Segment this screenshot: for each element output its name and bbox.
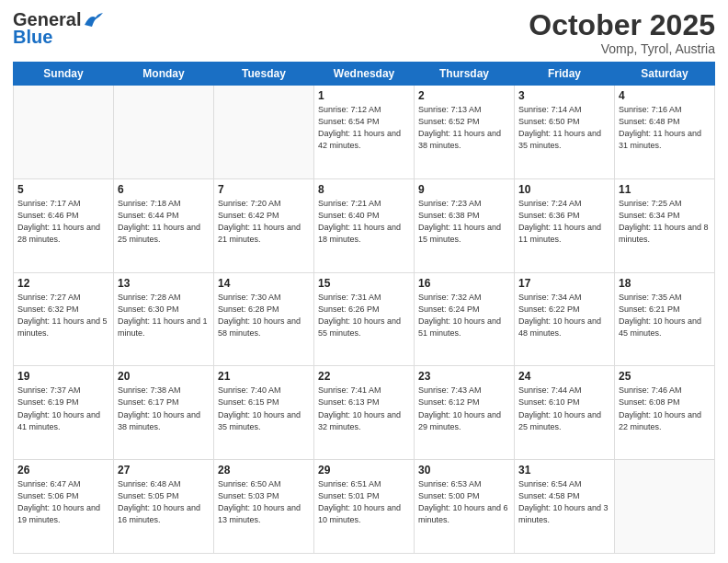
- calendar-week-row: 12Sunrise: 7:27 AMSunset: 6:32 PMDayligh…: [14, 272, 715, 366]
- calendar-week-row: 1Sunrise: 7:12 AMSunset: 6:54 PMDaylight…: [14, 86, 715, 179]
- day-info: Sunrise: 7:30 AMSunset: 6:28 PMDaylight:…: [218, 292, 310, 339]
- day-info: Sunrise: 7:31 AMSunset: 6:26 PMDaylight:…: [318, 292, 410, 339]
- day-info: Sunrise: 7:27 AMSunset: 6:32 PMDaylight:…: [17, 292, 109, 339]
- day-number: 11: [619, 183, 711, 196]
- day-number: 20: [118, 370, 210, 383]
- day-info: Sunrise: 7:14 AMSunset: 6:50 PMDaylight:…: [518, 104, 610, 152]
- col-tuesday: Tuesday: [214, 63, 314, 86]
- day-info: Sunrise: 7:40 AMSunset: 6:15 PMDaylight:…: [218, 385, 310, 432]
- day-info: Sunrise: 7:43 AMSunset: 6:12 PMDaylight:…: [418, 385, 510, 432]
- calendar-cell: 16Sunrise: 7:32 AMSunset: 6:24 PMDayligh…: [415, 272, 515, 366]
- day-info: Sunrise: 6:51 AMSunset: 5:01 PMDaylight:…: [318, 478, 410, 526]
- day-number: 27: [118, 464, 210, 477]
- day-info: Sunrise: 7:21 AMSunset: 6:40 PMDaylight:…: [318, 198, 410, 246]
- weekday-header-row: Sunday Monday Tuesday Wednesday Thursday…: [14, 63, 715, 86]
- day-number: 15: [318, 277, 410, 290]
- calendar-cell: 31Sunrise: 6:54 AMSunset: 4:58 PMDayligh…: [515, 460, 615, 554]
- calendar-cell: 9Sunrise: 7:23 AMSunset: 6:38 PMDaylight…: [415, 178, 515, 272]
- day-info: Sunrise: 6:53 AMSunset: 5:00 PMDaylight:…: [418, 478, 510, 526]
- day-number: 19: [17, 370, 109, 383]
- calendar-cell: 5Sunrise: 7:17 AMSunset: 6:46 PMDaylight…: [14, 178, 114, 272]
- calendar-cell: 8Sunrise: 7:21 AMSunset: 6:40 PMDaylight…: [314, 178, 415, 272]
- day-info: Sunrise: 7:44 AMSunset: 6:10 PMDaylight:…: [518, 385, 610, 432]
- calendar-cell: 27Sunrise: 6:48 AMSunset: 5:05 PMDayligh…: [114, 460, 214, 554]
- day-info: Sunrise: 7:28 AMSunset: 6:30 PMDaylight:…: [118, 292, 210, 339]
- day-info: Sunrise: 6:54 AMSunset: 4:58 PMDaylight:…: [518, 478, 610, 526]
- calendar-cell: 13Sunrise: 7:28 AMSunset: 6:30 PMDayligh…: [114, 272, 214, 366]
- logo-bird-icon: [83, 12, 103, 29]
- col-saturday: Saturday: [615, 63, 715, 86]
- col-thursday: Thursday: [415, 63, 515, 86]
- day-number: 10: [518, 183, 610, 196]
- calendar-cell: 25Sunrise: 7:46 AMSunset: 6:08 PMDayligh…: [615, 366, 715, 460]
- calendar-cell: 10Sunrise: 7:24 AMSunset: 6:36 PMDayligh…: [515, 178, 615, 272]
- calendar-cell: 17Sunrise: 7:34 AMSunset: 6:22 PMDayligh…: [515, 272, 615, 366]
- day-number: 22: [318, 370, 410, 383]
- day-number: 28: [218, 464, 310, 477]
- calendar-cell: [114, 86, 214, 179]
- day-number: 26: [17, 464, 109, 477]
- day-info: Sunrise: 7:46 AMSunset: 6:08 PMDaylight:…: [619, 385, 711, 432]
- calendar-table: Sunday Monday Tuesday Wednesday Thursday…: [13, 62, 715, 554]
- calendar-cell: 29Sunrise: 6:51 AMSunset: 5:01 PMDayligh…: [314, 460, 415, 554]
- calendar-week-row: 26Sunrise: 6:47 AMSunset: 5:06 PMDayligh…: [14, 460, 715, 554]
- day-info: Sunrise: 6:48 AMSunset: 5:05 PMDaylight:…: [118, 478, 210, 526]
- day-number: 13: [118, 277, 210, 290]
- day-info: Sunrise: 7:23 AMSunset: 6:38 PMDaylight:…: [418, 198, 510, 246]
- day-number: 8: [318, 183, 410, 196]
- day-number: 21: [218, 370, 310, 383]
- calendar-week-row: 5Sunrise: 7:17 AMSunset: 6:46 PMDaylight…: [14, 178, 715, 272]
- day-info: Sunrise: 6:47 AMSunset: 5:06 PMDaylight:…: [17, 478, 109, 526]
- calendar-cell: 23Sunrise: 7:43 AMSunset: 6:12 PMDayligh…: [415, 366, 515, 460]
- day-info: Sunrise: 7:17 AMSunset: 6:46 PMDaylight:…: [17, 198, 109, 246]
- day-number: 30: [418, 464, 510, 477]
- calendar-cell: 11Sunrise: 7:25 AMSunset: 6:34 PMDayligh…: [615, 178, 715, 272]
- col-sunday: Sunday: [14, 63, 114, 86]
- month-year: October 2025: [529, 9, 715, 41]
- day-info: Sunrise: 7:37 AMSunset: 6:19 PMDaylight:…: [17, 385, 109, 432]
- calendar-cell: 22Sunrise: 7:41 AMSunset: 6:13 PMDayligh…: [314, 366, 415, 460]
- day-number: 23: [418, 370, 510, 383]
- calendar-cell: 4Sunrise: 7:16 AMSunset: 6:48 PMDaylight…: [615, 86, 715, 179]
- day-number: 24: [518, 370, 610, 383]
- day-info: Sunrise: 7:32 AMSunset: 6:24 PMDaylight:…: [418, 292, 510, 339]
- day-number: 3: [518, 89, 610, 102]
- day-info: Sunrise: 7:35 AMSunset: 6:21 PMDaylight:…: [619, 292, 711, 339]
- day-number: 14: [218, 277, 310, 290]
- header: General Blue October 2025 Vomp, Tyrol, A…: [13, 9, 715, 56]
- calendar-cell: 6Sunrise: 7:18 AMSunset: 6:44 PMDaylight…: [114, 178, 214, 272]
- day-number: 18: [619, 277, 711, 290]
- logo-blue: Blue: [13, 27, 52, 48]
- day-info: Sunrise: 7:34 AMSunset: 6:22 PMDaylight:…: [518, 292, 610, 339]
- location: Vomp, Tyrol, Austria: [529, 41, 715, 56]
- calendar-cell: [14, 86, 114, 179]
- day-info: Sunrise: 7:20 AMSunset: 6:42 PMDaylight:…: [218, 198, 310, 246]
- calendar-cell: 30Sunrise: 6:53 AMSunset: 5:00 PMDayligh…: [415, 460, 515, 554]
- day-info: Sunrise: 7:16 AMSunset: 6:48 PMDaylight:…: [619, 104, 711, 152]
- day-number: 17: [518, 277, 610, 290]
- day-info: Sunrise: 7:41 AMSunset: 6:13 PMDaylight:…: [318, 385, 410, 432]
- calendar-cell: 15Sunrise: 7:31 AMSunset: 6:26 PMDayligh…: [314, 272, 415, 366]
- day-number: 16: [418, 277, 510, 290]
- day-number: 4: [619, 89, 711, 102]
- calendar-cell: 24Sunrise: 7:44 AMSunset: 6:10 PMDayligh…: [515, 366, 615, 460]
- day-number: 1: [318, 89, 410, 102]
- calendar-cell: 14Sunrise: 7:30 AMSunset: 6:28 PMDayligh…: [214, 272, 314, 366]
- day-number: 29: [318, 464, 410, 477]
- day-number: 12: [17, 277, 109, 290]
- day-info: Sunrise: 6:50 AMSunset: 5:03 PMDaylight:…: [218, 478, 310, 526]
- day-info: Sunrise: 7:24 AMSunset: 6:36 PMDaylight:…: [518, 198, 610, 246]
- day-number: 6: [118, 183, 210, 196]
- day-number: 25: [619, 370, 711, 383]
- day-number: 2: [418, 89, 510, 102]
- day-number: 9: [418, 183, 510, 196]
- calendar-cell: 12Sunrise: 7:27 AMSunset: 6:32 PMDayligh…: [14, 272, 114, 366]
- logo: General Blue: [13, 9, 103, 48]
- calendar-cell: 26Sunrise: 6:47 AMSunset: 5:06 PMDayligh…: [14, 460, 114, 554]
- day-info: Sunrise: 7:13 AMSunset: 6:52 PMDaylight:…: [418, 104, 510, 152]
- col-friday: Friday: [515, 63, 615, 86]
- page: General Blue October 2025 Vomp, Tyrol, A…: [0, 0, 728, 563]
- day-number: 5: [17, 183, 109, 196]
- calendar-cell: 3Sunrise: 7:14 AMSunset: 6:50 PMDaylight…: [515, 86, 615, 179]
- calendar-cell: 28Sunrise: 6:50 AMSunset: 5:03 PMDayligh…: [214, 460, 314, 554]
